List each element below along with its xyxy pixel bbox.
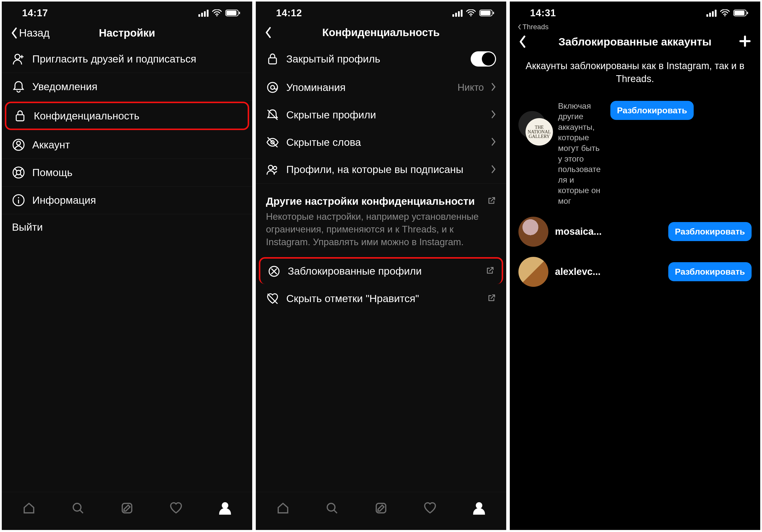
svg-point-12 [73,503,81,511]
svg-rect-2 [226,11,237,15]
app-breadcrumb[interactable]: Threads [510,23,760,33]
tab-activity[interactable] [169,501,183,516]
status-time: 14:31 [530,8,556,19]
svg-point-7 [17,141,20,145]
back-button[interactable]: Назад [11,27,49,39]
unblock-button[interactable]: Разблокировать [610,101,694,120]
section-description: Некоторые настройки, например установлен… [256,209,506,256]
row-following[interactable]: Профили, на которые вы подписаны [256,156,506,184]
row-mentions[interactable]: Упоминания Никто [256,74,506,101]
row-account[interactable]: Аккаунт [2,131,252,159]
row-label: Закрытый профиль [286,53,464,65]
svg-rect-31 [734,11,744,15]
block-icon [267,265,281,278]
svg-point-21 [270,85,274,89]
svg-point-11 [18,197,19,198]
row-help[interactable]: Помощь [2,159,252,187]
wifi-icon [466,9,476,17]
battery-icon [479,9,495,17]
svg-rect-3 [239,12,240,14]
cellular-icon [452,9,463,17]
svg-rect-18 [493,12,494,14]
svg-point-15 [470,15,472,16]
row-hidden-profiles[interactable]: Скрытые профили [256,101,506,128]
unblock-button[interactable]: Разблокировать [668,262,752,281]
svg-rect-5 [16,115,24,121]
svg-rect-19 [269,58,276,64]
private-profile-toggle[interactable] [471,51,496,67]
tab-search[interactable] [325,501,339,516]
nav-header: Назад Настройки [2,24,252,45]
status-icons [706,9,748,17]
at-icon [266,81,279,94]
tab-bar [2,492,252,530]
account-name: alexlevc... [555,266,662,277]
tab-compose[interactable] [120,501,134,516]
nav-header: Заблокированные аккаунты [510,33,760,54]
blocked-banner: Аккаунты заблокированы как в Instagram, … [510,54,760,96]
status-time: 14:12 [276,8,302,19]
cellular-icon [706,9,717,17]
row-private-profile[interactable]: Закрытый профиль [256,44,506,74]
back-button[interactable] [265,27,272,38]
tab-activity[interactable] [423,501,437,516]
svg-point-0 [216,15,218,16]
account-description: Включая другие аккаунты, которые могут б… [558,101,604,206]
page-title: Конфиденциальность [256,27,506,38]
row-logout[interactable]: Выйти [2,214,252,240]
chevron-right-icon [491,109,496,121]
chevron-right-icon [491,136,496,148]
cellular-icon [198,9,208,17]
svg-point-26 [327,503,335,511]
row-label: Информация [32,194,242,206]
svg-point-20 [268,83,278,93]
svg-point-4 [15,54,20,59]
lock-icon [14,109,27,122]
tab-home[interactable] [276,501,290,516]
row-notifications[interactable]: Уведомления [2,73,252,101]
unblock-button[interactable]: Разблокировать [668,222,752,241]
svg-point-14 [222,503,228,508]
row-label: Конфиденциальность [34,110,241,122]
row-invite-friends[interactable]: Пригласить друзей и подписаться [2,45,252,73]
tab-compose[interactable] [374,501,388,516]
page-title: Заблокированные аккаунты [510,36,760,48]
tab-profile[interactable] [472,501,486,516]
add-blocked-button[interactable] [739,35,751,48]
logout-label: Выйти [12,221,242,233]
svg-point-28 [477,503,482,508]
back-button[interactable] [519,36,527,48]
row-label: Заблокированные профили [288,265,479,277]
row-hidden-words[interactable]: Скрытые слова [256,128,506,156]
row-blocked-profiles[interactable]: Заблокированные профили [259,257,503,284]
row-privacy[interactable]: Конфиденциальность [5,102,249,130]
tab-search[interactable] [71,501,85,516]
row-label: Скрытые слова [286,136,484,148]
info-icon [12,193,25,207]
bell-off-icon [266,108,279,121]
status-icons [452,9,495,17]
row-hide-likes[interactable]: Скрыть отметки "Нравится" [256,285,506,313]
row-value: Никто [457,82,484,93]
avatar: THE NATIONAL GALLERY [518,111,552,144]
screen-settings: 14:17 Назад Настройки Пригласить друзей … [2,2,252,530]
svg-point-9 [16,170,21,175]
wifi-icon [212,9,222,17]
svg-point-24 [273,166,276,170]
tab-profile[interactable] [218,501,232,516]
external-link-icon [488,293,496,305]
row-info[interactable]: Информация [2,187,252,214]
section-title-text: Другие настройки конфиденциальности [266,195,475,207]
bell-icon [12,80,25,93]
row-label: Скрыть отметки "Нравится" [286,293,480,305]
svg-rect-17 [480,11,491,15]
row-label: Профили, на которые вы подписаны [286,163,484,176]
avatar-text: THE NATIONAL GALLERY [525,125,553,139]
status-icons [198,9,241,17]
section-other-privacy[interactable]: Другие настройки конфиденциальности [256,184,506,209]
tab-bar [256,492,506,530]
screen-blocked-accounts: 14:31 Threads Заблокированные аккаунты А… [510,2,760,530]
status-bar: 14:12 [256,2,506,24]
tab-home[interactable] [22,501,36,516]
status-bar: 14:31 [510,2,760,24]
